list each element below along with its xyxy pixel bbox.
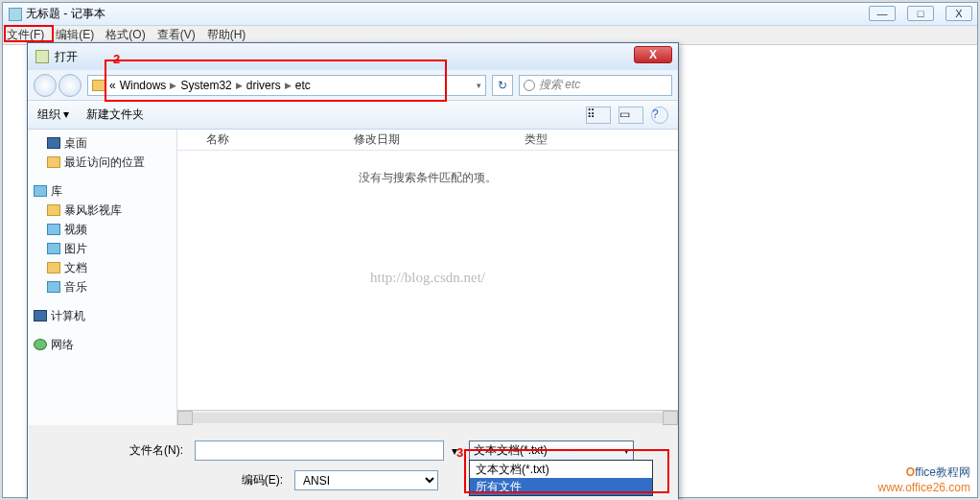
watermark-text: http://blog.csdn.net/ [370,270,485,286]
tree-storm[interactable]: 暴风影视库 [34,201,171,220]
dialog-close-button[interactable]: X [634,46,672,63]
tree-music[interactable]: 音乐 [34,277,171,297]
search-input[interactable]: 搜索 etc [519,75,672,96]
tree-pictures[interactable]: 图片 [34,239,171,258]
encoding-select[interactable]: ANSI [294,470,438,490]
filename-label: 文件名(N): [114,442,183,459]
navigation-tree[interactable]: 桌面 最近访问的位置 库 暴风影视库 视频 图片 文档 音乐 计算机 网络 [28,130,177,425]
logo-url: www.office26.com [878,481,971,494]
annotation-box-1 [4,25,54,42]
empty-message: 没有与搜索条件匹配的项。 [177,170,678,186]
scroll-right-button[interactable] [663,411,678,425]
annotation-box-2 [105,60,447,102]
recent-icon [47,156,60,168]
scroll-track[interactable] [193,413,663,423]
minimize-button[interactable]: — [869,6,896,21]
tree-documents[interactable]: 文档 [34,258,171,277]
menu-view[interactable]: 查看(V) [157,27,196,43]
notepad-icon [9,8,22,21]
folder-icon [47,204,60,216]
notepad-title-text: 无标题 - 记事本 [26,6,105,22]
tree-network[interactable]: 网络 [34,335,171,354]
music-icon [47,281,60,293]
maximize-button[interactable]: □ [907,6,934,21]
desktop-icon [47,137,60,149]
network-icon [34,339,47,350]
organize-button[interactable]: 组织 ▾ [37,107,69,123]
window-controls: — □ X [869,6,972,21]
tree-recent[interactable]: 最近访问的位置 [34,153,171,172]
view-mode-button[interactable]: ⠿ [586,107,611,124]
preview-pane-button[interactable]: ▭ [618,107,643,124]
col-date[interactable]: 修改日期 [354,131,400,148]
menu-edit[interactable]: 编辑(E) [56,27,94,43]
menu-help[interactable]: 帮助(H) [207,27,246,43]
library-icon [34,185,47,197]
tree-desktop[interactable]: 桌面 [34,133,171,153]
scroll-left-button[interactable] [177,411,193,425]
dialog-toolbar: 组织 ▾ 新建文件夹 ⠿ ▭ ? [28,101,678,130]
search-placeholder: 搜索 etc [539,77,580,93]
site-logo: Office教程网 www.office26.com [878,461,971,494]
tree-computer[interactable]: 计算机 [34,306,171,325]
menu-format[interactable]: 格式(O) [105,27,145,43]
annotation-box-3 [464,449,669,493]
new-folder-button[interactable]: 新建文件夹 [86,107,144,123]
help-button[interactable]: ? [651,107,668,124]
folder-icon [92,80,105,91]
video-icon [47,224,60,235]
annotation-number-2: 2 [113,52,120,66]
documents-icon [47,262,60,274]
computer-icon [34,310,47,321]
column-headers[interactable]: 名称 修改日期 类型 [177,130,678,151]
horizontal-scrollbar[interactable] [177,410,678,425]
notepad-titlebar[interactable]: 无标题 - 记事本 [3,3,977,26]
file-list[interactable]: 名称 修改日期 类型 没有与搜索条件匹配的项。 http://blog.csdn… [177,130,678,425]
tree-video[interactable]: 视频 [34,220,171,239]
encoding-label: 编码(E): [214,472,283,488]
search-icon [524,80,535,91]
tree-libraries[interactable]: 库 [34,181,171,201]
col-type[interactable]: 类型 [525,131,548,148]
pictures-icon [47,243,60,254]
dialog-body: 桌面 最近访问的位置 库 暴风影视库 视频 图片 文档 音乐 计算机 网络 名称… [28,130,678,425]
nav-forward-button[interactable] [58,74,82,97]
nav-back-button[interactable] [34,74,57,97]
dialog-icon [35,50,49,63]
close-button[interactable]: X [945,6,972,21]
logo-title: Office教程网 [878,461,971,481]
dialog-title-text: 打开 [55,49,78,65]
filename-input[interactable] [195,440,444,461]
refresh-button[interactable]: ↻ [492,75,513,96]
chevron-down-icon[interactable]: ▾ [477,81,481,90]
open-file-dialog: 打开 X « Windows ▶ System32 ▶ drivers ▶ et… [27,42,679,499]
col-name[interactable]: 名称 [206,131,229,148]
annotation-number-3: 3 [456,445,463,460]
